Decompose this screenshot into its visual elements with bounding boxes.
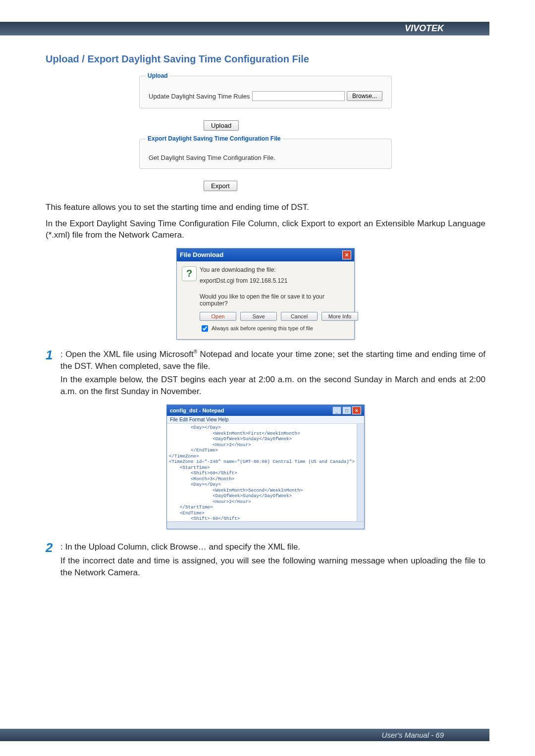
step1-prefix: Open the XML file using Microsoft	[65, 350, 193, 359]
minimize-icon[interactable]: _	[332, 406, 341, 414]
step-1-text: : Open the XML file using Microsoft® Not…	[60, 349, 485, 398]
horizontal-scrollbar[interactable]	[167, 521, 364, 529]
footer-text: User's Manual - 69	[382, 731, 444, 739]
section-title: Upload / Export Daylight Saving Time Con…	[46, 53, 485, 65]
config-panels: Upload Update Daylight Saving Time Rules…	[134, 76, 397, 191]
file-path-input[interactable]	[252, 91, 345, 101]
notepad-body-wrap: <Day></Day> <WeekInMonth>First</WeekInMo…	[167, 424, 364, 529]
upload-row: Update Daylight Saving Time Rules Browse…	[149, 91, 382, 101]
moreinfo-button[interactable]: More Info	[321, 312, 358, 321]
export-label: Get Daylight Saving Time Configuration F…	[149, 154, 275, 161]
notepad-window: config_dst - Notepad _ □ × File Edit For…	[166, 404, 365, 529]
save-button[interactable]: Save	[240, 312, 277, 321]
step1-sub: In the example below, the DST begins eac…	[60, 374, 485, 398]
step-1-number: 1	[46, 349, 56, 361]
close-icon[interactable]: ×	[342, 251, 351, 259]
open-button[interactable]: Open	[200, 312, 236, 321]
dialog-title-text: File Download	[180, 251, 223, 258]
cancel-button[interactable]: Cancel	[281, 312, 318, 321]
upload-panel: Upload Update Daylight Saving Time Rules…	[139, 76, 392, 108]
dialog-buttons: Open Save Cancel More Info	[200, 312, 347, 321]
brand-header: VIVOTEK	[0, 22, 489, 36]
dl-prompt: Would you like to open the file or save …	[200, 293, 347, 307]
step-2-number: 2	[46, 541, 56, 554]
always-ask-checkbox[interactable]	[202, 325, 208, 332]
feature-desc: This feature allows you to set the start…	[46, 202, 485, 213]
upload-legend: Upload	[146, 72, 170, 79]
question-icon: ?	[182, 266, 197, 281]
always-ask-row: Always ask before opening this type of f…	[200, 324, 347, 333]
upload-button[interactable]: Upload	[204, 120, 239, 131]
upload-label: Update Daylight Saving Time Rules	[149, 93, 250, 100]
step2-b: If the incorrect date and time is assign…	[60, 555, 485, 579]
notepad-titlebar: config_dst - Notepad _ □ ×	[167, 405, 364, 416]
step-2: 2 : In the Upload Column, click Browse… …	[46, 541, 485, 578]
export-desc: In the Export Daylight Saving Time Confi…	[46, 218, 485, 241]
export-button[interactable]: Export	[204, 181, 237, 191]
dialog-titlebar: File Download ×	[177, 249, 354, 261]
export-panel: Export Daylight Saving Time Configuratio…	[139, 139, 392, 169]
export-row: Get Daylight Saving Time Configuration F…	[149, 154, 382, 161]
notepad-title-text: config_dst - Notepad	[170, 407, 224, 413]
page-footer: User's Manual - 69	[0, 729, 489, 741]
step-2-text: : In the Upload Column, click Browse… an…	[60, 541, 485, 578]
export-legend: Export Daylight Saving Time Configuratio…	[146, 135, 282, 142]
brand-text: VIVOTEK	[405, 23, 444, 33]
page-content: Upload / Export Daylight Saving Time Con…	[46, 53, 485, 581]
always-ask-label: Always ask before opening this type of f…	[212, 325, 313, 331]
dialog-body: ? You are downloading the file: exportDs…	[177, 261, 354, 339]
window-buttons: _ □ ×	[332, 406, 361, 414]
step2-a: In the Upload Column, click Browse… and …	[65, 542, 300, 552]
maximize-icon[interactable]: □	[342, 406, 351, 414]
close-window-icon[interactable]: ×	[352, 406, 361, 414]
dl-line1: You are downloading the file:	[200, 266, 347, 273]
file-download-dialog: File Download × ? You are downloading th…	[176, 248, 355, 340]
notepad-content[interactable]: <Day></Day> <WeekInMonth>First</WeekInMo…	[167, 424, 364, 529]
dl-line2: exportDst.cgi from 192.168.5.121	[200, 277, 347, 284]
notepad-menubar[interactable]: File Edit Format View Help	[167, 416, 364, 424]
browse-button[interactable]: Browse...	[347, 91, 382, 101]
step-1: 1 : Open the XML file using Microsoft® N…	[46, 349, 485, 398]
vertical-scrollbar[interactable]	[357, 424, 364, 522]
